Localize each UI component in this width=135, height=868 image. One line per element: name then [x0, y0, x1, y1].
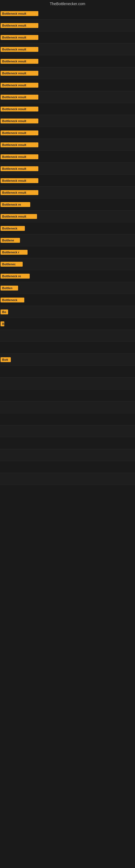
bottleneck-label[interactable]: Bottleneck result	[1, 95, 38, 99]
bottleneck-label[interactable]: Bottlene	[1, 238, 20, 243]
result-row	[0, 449, 135, 461]
result-row	[0, 366, 135, 378]
result-row: Bottleneck	[0, 294, 135, 306]
bottleneck-label[interactable]: Bottleneck result	[1, 178, 38, 183]
result-row: Bottlenec	[0, 258, 135, 270]
bottleneck-label[interactable]: Bottleneck r	[1, 250, 28, 255]
bottleneck-label[interactable]: Bottleneck result	[1, 59, 38, 64]
bottleneck-label[interactable]: Bottlen	[1, 286, 18, 290]
bottleneck-label[interactable]: Bottleneck result	[1, 143, 38, 147]
bottleneck-label[interactable]: Bottleneck re	[1, 274, 30, 279]
result-row: Bottleneck result	[0, 8, 135, 20]
result-row: Bottleneck result	[0, 139, 135, 151]
bottleneck-label[interactable]: Bottleneck	[1, 298, 24, 303]
result-row	[0, 330, 135, 342]
result-row: Bottlene	[0, 235, 135, 246]
result-row: Bottleneck result	[0, 127, 135, 139]
bottleneck-label[interactable]: Bottleneck result	[1, 35, 38, 40]
bottleneck-label[interactable]: Bo	[1, 310, 8, 314]
bottleneck-label[interactable]: Bottlenec	[1, 262, 23, 267]
result-row: Bottleneck result	[0, 91, 135, 103]
result-row: Bottleneck re	[0, 270, 135, 282]
result-row	[0, 378, 135, 390]
bottleneck-label[interactable]: Bottleneck result	[1, 11, 38, 16]
result-row: Bo	[0, 306, 135, 318]
site-header: TheBottlenecker.com	[0, 0, 135, 8]
result-row: Bottleneck result	[0, 163, 135, 175]
result-row: Bottleneck result	[0, 187, 135, 198]
result-row	[0, 413, 135, 425]
bottleneck-label[interactable]: Bottleneck result	[1, 214, 37, 219]
result-row: Bottleneck result	[0, 43, 135, 55]
result-row: Bottlen	[0, 282, 135, 294]
bottleneck-label[interactable]: Bottleneck result	[1, 166, 38, 171]
bottleneck-label[interactable]: Bott	[1, 357, 11, 362]
bottleneck-label[interactable]: Bottleneck result	[1, 71, 38, 76]
result-row	[0, 425, 135, 437]
result-row	[0, 437, 135, 449]
result-row: Bottleneck result	[0, 20, 135, 31]
result-row: Bottleneck result	[0, 115, 135, 127]
bottleneck-label[interactable]: Bottleneck result	[1, 47, 38, 52]
bottleneck-label[interactable]: B	[1, 321, 4, 326]
result-row	[0, 390, 135, 401]
bottleneck-label[interactable]: Bottleneck result	[1, 190, 38, 195]
result-row: Bottleneck result	[0, 31, 135, 43]
result-row: Bottleneck result	[0, 211, 135, 222]
bottleneck-label[interactable]: Bottleneck result	[1, 83, 38, 88]
site-title: TheBottlenecker.com	[0, 0, 135, 8]
result-row: Bottleneck	[0, 222, 135, 235]
result-row	[0, 473, 135, 485]
result-row	[0, 461, 135, 473]
result-row: Bott	[0, 354, 135, 366]
result-row: Bottleneck re	[0, 198, 135, 211]
result-row: Bottleneck result	[0, 103, 135, 115]
result-row	[0, 342, 135, 354]
result-row: Bottleneck result	[0, 151, 135, 163]
result-row: Bottleneck r	[0, 246, 135, 258]
results-container: Bottleneck resultBottleneck resultBottle…	[0, 8, 135, 485]
result-row: Bottleneck result	[0, 79, 135, 91]
bottleneck-label[interactable]: Bottleneck result	[1, 154, 38, 159]
bottleneck-label[interactable]: Bottleneck	[1, 226, 25, 231]
bottleneck-label[interactable]: Bottleneck result	[1, 119, 38, 123]
bottleneck-label[interactable]: Bottleneck result	[1, 106, 38, 112]
result-row	[0, 401, 135, 413]
result-row: Bottleneck result	[0, 55, 135, 67]
result-row: B	[0, 318, 135, 330]
bottleneck-label[interactable]: Bottleneck result	[1, 130, 38, 135]
result-row: Bottleneck result	[0, 175, 135, 187]
result-row: Bottleneck result	[0, 67, 135, 79]
bottleneck-label[interactable]: Bottleneck result	[1, 23, 38, 28]
bottleneck-label[interactable]: Bottleneck re	[1, 202, 30, 207]
